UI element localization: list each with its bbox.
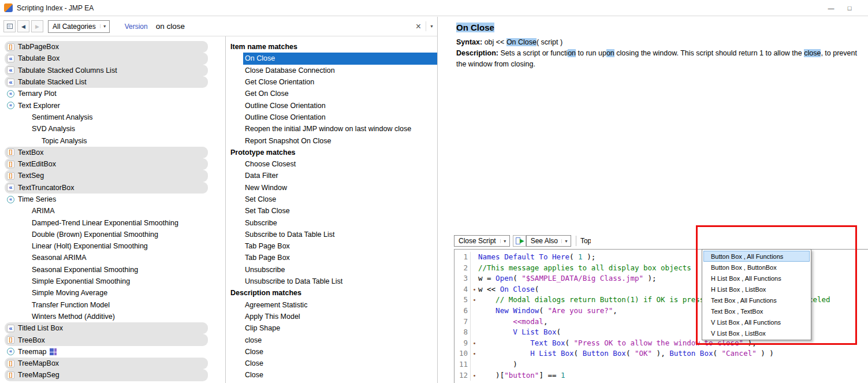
see-also-menu-item[interactable]: H List Box , ListBox (703, 284, 810, 295)
category-item[interactable]: Transfer Function Model (5, 299, 225, 311)
run-script-button[interactable]: ▶ (513, 235, 526, 247)
minimize-button[interactable]: — (822, 0, 840, 16)
category-item[interactable]: «TextTruncatorBox (5, 182, 208, 194)
category-item[interactable]: ARIMA (5, 205, 225, 217)
category-item[interactable]: «Tabulate Stacked List (5, 76, 208, 88)
maximize-button[interactable]: □ (840, 0, 859, 16)
category-item[interactable]: Double (Brown) Exponential Smoothing (5, 229, 225, 240)
category-item[interactable]: «Time Series (5, 194, 225, 205)
search-term-highlight: On Close (506, 38, 537, 46)
category-item[interactable]: SVD Analysis (5, 123, 225, 135)
line-number: 4 (455, 284, 471, 295)
search-term-highlight: On Close (456, 23, 494, 32)
category-item[interactable]: []TextSeg (5, 170, 208, 181)
result-item[interactable]: Subscribe to Data Table List (243, 229, 437, 240)
category-label: TreeBox (18, 336, 45, 344)
clear-search-icon[interactable]: × (411, 22, 426, 31)
category-item[interactable]: «Tabulate Stacked Columns List (5, 65, 208, 76)
doc-text: closing the window. This script should r… (614, 49, 804, 57)
category-item[interactable]: []TreeBox (5, 334, 208, 345)
category-label: Double (Brown) Exponential Smoothing (32, 230, 158, 239)
result-item[interactable]: close (243, 334, 437, 345)
category-label: Titled List Box (18, 324, 63, 332)
result-item[interactable]: Outline Close Orientation (243, 99, 437, 111)
category-label: TreeMapSeg (18, 371, 59, 379)
result-item[interactable]: Agreement Statistic (243, 299, 437, 311)
category-item[interactable]: «Tabulate Box (5, 53, 208, 64)
category-item[interactable]: Topic Analysis (5, 135, 225, 146)
see-also-menu-item[interactable]: V List Box , All Functions (703, 317, 810, 328)
search-term-highlight: on (568, 49, 576, 57)
result-item[interactable]: New Window (243, 182, 437, 194)
result-item[interactable]: Close (243, 346, 437, 358)
category-panel: []TabPageBox«Tabulate Box«Tabulate Stack… (0, 36, 225, 383)
category-item[interactable]: []TreeMapBox (5, 358, 208, 369)
script-select[interactable]: Close Script ▼ (454, 235, 510, 247)
result-item[interactable]: Tab Page Box (243, 240, 437, 252)
category-item[interactable]: []TextBox (5, 147, 208, 158)
version-link[interactable]: Version (125, 23, 148, 31)
result-item[interactable]: Get Close Orientation (243, 76, 437, 88)
result-item[interactable]: Clip Shape (243, 322, 437, 334)
result-item[interactable]: Data Filter (243, 170, 437, 181)
category-label: Linear (Holt) Exponential Smoothing (32, 242, 148, 250)
category-item[interactable]: «Treemap (5, 346, 225, 358)
result-item[interactable]: Tab Page Box (243, 252, 437, 263)
result-item[interactable]: Subscribe (243, 217, 437, 228)
category-label: SVD Analysis (32, 125, 75, 133)
result-item[interactable]: Close Database Connection (243, 65, 437, 76)
result-item[interactable]: Close (243, 358, 437, 369)
result-item[interactable]: Report Snapshot On Close (243, 135, 437, 146)
see-also-menu-item[interactable]: Button Box , All Functions (703, 251, 810, 262)
result-item[interactable]: Outline Close Orientation (243, 111, 437, 123)
line-number: 3 (455, 273, 471, 284)
category-item[interactable]: Simple Moving Average (5, 287, 225, 299)
code-text: Names Default To Here( 1 ); (478, 252, 595, 261)
category-item[interactable]: []TabPageBox (5, 41, 208, 53)
category-item[interactable]: []TextEditBox (5, 158, 208, 170)
result-item[interactable]: Get On Close (243, 88, 437, 99)
category-item[interactable]: «Text Explorer (5, 99, 225, 111)
search-input[interactable] (154, 17, 411, 36)
see-also-menu-item[interactable]: Text Box , All Functions (703, 295, 810, 306)
see-also-menu-item[interactable]: V List Box , ListBox (703, 328, 810, 339)
window-list-button[interactable] (3, 20, 16, 32)
see-also-menu-item[interactable]: Button Box , ButtonBox (703, 262, 810, 273)
see-also-menu-item[interactable]: Text Box , TextBox (703, 306, 810, 317)
category-item[interactable]: Simple Exponential Smoothing (5, 276, 225, 287)
result-item[interactable]: Set Tab Close (243, 205, 437, 217)
top-button[interactable]: Top (576, 236, 591, 246)
see-also-menu-item[interactable]: H List Box , All Functions (703, 273, 810, 284)
results-list: Item name matchesOn CloseClose Database … (230, 41, 437, 381)
display-box-icon: [] (7, 360, 14, 367)
line-marker: • (471, 285, 478, 296)
scripting-index-window: Scripting Index - JMP EA — □ ◀ ▶ All Cat… (0, 0, 868, 383)
result-item[interactable]: Choose Closest (243, 158, 437, 170)
result-item[interactable]: Apply This Model (243, 311, 437, 322)
result-item[interactable]: Unsubscribe (243, 264, 437, 276)
category-item[interactable]: Seasonal Exponential Smoothing (5, 264, 225, 276)
category-item[interactable]: Linear (Holt) Exponential Smoothing (5, 240, 225, 252)
back-button[interactable]: ◀ (17, 20, 29, 32)
category-item[interactable]: Sentiment Analysis (5, 111, 225, 123)
search-term-highlight: close (804, 49, 821, 57)
doc-text: ( script ) (537, 38, 562, 46)
category-item[interactable]: []TreeMapSeg (5, 369, 208, 381)
category-label: Seasonal Exponential Smoothing (32, 266, 138, 274)
category-item[interactable]: Seasonal ARIMA (5, 252, 225, 263)
category-select[interactable]: All Categories ▼ (48, 20, 110, 33)
message-icon: « (7, 55, 14, 62)
result-item[interactable]: Reopen the initial JMP window on last wi… (243, 123, 437, 135)
category-item[interactable]: Damped-Trend Linear Exponential Smoothin… (5, 217, 225, 228)
script-toolbar: Close Script ▼ ▶ See Also ▼ Top (454, 234, 868, 248)
result-item[interactable]: On Close (243, 53, 437, 64)
category-item[interactable]: «Titled List Box (5, 322, 208, 334)
result-item[interactable]: Unsubscribe to Data Table List (243, 276, 437, 287)
category-item[interactable]: «Ternary Plot (5, 88, 225, 99)
result-item[interactable]: Close (243, 369, 437, 381)
result-item[interactable]: Set Close (243, 194, 437, 205)
search-dropdown-icon[interactable]: ▼ (426, 21, 437, 31)
category-item[interactable]: Winters Method (Additive) (5, 311, 225, 322)
see-also-dropdown[interactable]: See Also ▼ (526, 235, 571, 247)
forward-button[interactable]: ▶ (31, 20, 43, 32)
